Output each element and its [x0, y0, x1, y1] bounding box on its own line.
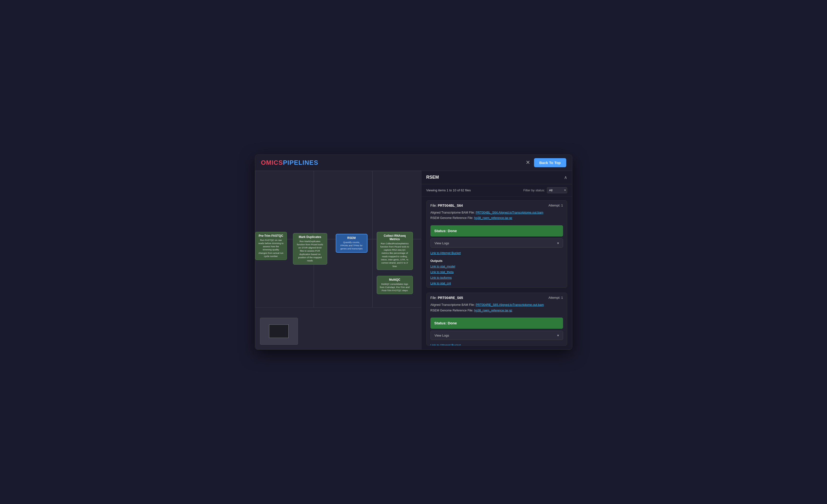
- file-2-ref-link[interactable]: hg38_rsem_reference.tar.gz: [474, 309, 512, 312]
- node-collect-desc: Run CollectRnaSeqMetrics function from P…: [380, 242, 410, 268]
- file-1-bam-link[interactable]: PRT004BL_S64.Aligned.toTranscriptome.out…: [476, 211, 543, 214]
- file-2-view-logs[interactable]: View Logs ▾: [431, 331, 563, 340]
- collapse-icon[interactable]: ∧: [564, 175, 567, 180]
- node-multiqc-desc: MultiQC consolidates logs from CutAdapt,…: [380, 283, 410, 292]
- file-1-outputs-title: Outputs: [431, 259, 563, 263]
- file-1-output-stat-theta[interactable]: Link to stat_theta: [431, 270, 563, 274]
- minimap-viewport: [269, 324, 289, 338]
- file-1-view-logs[interactable]: View Logs ▾: [431, 239, 563, 248]
- header: OMICSPIPELINES ✕ Back To Top: [255, 155, 572, 171]
- file-1-output-stat-model[interactable]: Link to stat_model: [431, 264, 563, 269]
- logo: OMICSPIPELINES: [261, 159, 319, 166]
- content-area: Pre-Trim FASTQC Run FASTQC on raw reads …: [255, 171, 572, 350]
- file-2-bam: Aligned Transcriptome BAM File: PRT004RE…: [431, 303, 563, 307]
- file-1-output-stat-cnt[interactable]: Link to stat_cnt: [431, 281, 563, 286]
- logo-omics: OMICS: [261, 159, 283, 166]
- file-1-ref: RSEM Genome Reference File: hg38_rsem_re…: [431, 216, 563, 220]
- file-2-attempt: Attempt: 1: [548, 296, 563, 299]
- node-multiqc[interactable]: MultiQC MultiQC consolidates logs from C…: [377, 276, 413, 294]
- file-1-bam: Aligned Transcriptome BAM File: PRT004BL…: [431, 210, 563, 215]
- filter-area: Filter by status: All Done Failed Runnin…: [523, 187, 567, 193]
- panel-subheader: Viewing items 1 to 10 of 62 files Filter…: [422, 184, 572, 197]
- back-to-top-button[interactable]: Back To Top: [534, 158, 566, 167]
- filter-select[interactable]: All Done Failed Running: [547, 187, 567, 193]
- panel-title: RSEM: [426, 175, 439, 180]
- close-icon[interactable]: ✕: [526, 159, 530, 166]
- file-1-status-text: Status: Done: [434, 229, 457, 233]
- file-1-outputs: Outputs Link to stat_model Link to stat_…: [427, 257, 567, 288]
- file-2-view-logs-label: View Logs: [435, 334, 449, 337]
- panel-header: RSEM ∧: [422, 171, 572, 184]
- logo-pipelines: PIPELINES: [283, 159, 319, 166]
- file-2-bucket-link[interactable]: Link to Attempt Bucket: [431, 344, 461, 345]
- file-1-chevron-icon: ▾: [557, 241, 559, 245]
- node-pretrim-title: Pre-Trim FASTQC: [258, 234, 284, 238]
- node-multiqc-title: MultiQC: [380, 278, 410, 282]
- file-2-bam-link[interactable]: PRT004RE_S65.Aligned.toTranscriptome.out…: [476, 303, 544, 307]
- node-markdup-title: Mark Duplicates: [296, 235, 324, 239]
- file-2-meta: Aligned Transcriptome BAM File: PRT004RE…: [427, 303, 567, 316]
- node-markdup[interactable]: Mark Duplicates Run MarkDuplicates funct…: [293, 233, 327, 264]
- file-1-name: File: PRT004BL_S64: [431, 204, 463, 207]
- file-card-1: File: PRT004BL_S64 Attempt: 1 Aligned Tr…: [426, 200, 567, 288]
- node-collect-title: Collect RNAseq Metrics: [380, 234, 410, 241]
- filter-select-wrapper[interactable]: All Done Failed Running: [547, 187, 567, 193]
- file-2-attempt-bucket: Link to Attempt Bucket: [427, 342, 567, 345]
- node-rsem[interactable]: RSEM Quantify counts, FPKMs and TPMs for…: [336, 234, 368, 253]
- file-1-meta: Aligned Transcriptome BAM File: PRT004BL…: [427, 210, 567, 223]
- panel-content[interactable]: File: PRT004BL_S64 Attempt: 1 Aligned Tr…: [422, 197, 572, 350]
- file-1-ref-link[interactable]: hg38_rsem_reference.tar.gz: [474, 216, 512, 220]
- file-2-chevron-icon: ▾: [557, 334, 559, 337]
- node-pretrim[interactable]: Pre-Trim FASTQC Run FASTQC on raw reads …: [255, 232, 287, 260]
- file-card-1-header: File: PRT004BL_S64 Attempt: 1: [427, 201, 567, 210]
- node-rsem-desc: Quantify counts, FPKMs and TPMs for gene…: [339, 241, 364, 250]
- node-rsem-title: RSEM: [339, 236, 364, 240]
- file-2-ref: RSEM Genome Reference File: hg38_rsem_re…: [431, 308, 563, 313]
- file-1-bucket-link[interactable]: Link to Attempt Bucket: [431, 251, 461, 255]
- file-card-2: File: PRT004RE_S65 Attempt: 1 Aligned Tr…: [426, 293, 567, 346]
- node-markdup-desc: Run MarkDuplicates function from Picard …: [296, 240, 324, 262]
- filter-label: Filter by status:: [523, 189, 545, 192]
- node-pretrim-desc: Run FASTQC on raw reads before trimming …: [258, 239, 284, 258]
- file-1-attempt: Attempt: 1: [548, 204, 563, 207]
- file-card-2-header: File: PRT004RE_S65 Attempt: 1: [427, 293, 567, 303]
- file-2-status-bar: Status: Done: [431, 317, 563, 329]
- node-collect[interactable]: Collect RNAseq Metrics Run CollectRnaSeq…: [377, 232, 413, 270]
- file-1-view-logs-label: View Logs: [435, 241, 449, 245]
- file-1-attempt-bucket: Link to Attempt Bucket: [427, 249, 567, 257]
- file-1-output-genes[interactable]: Link to genes: [431, 287, 563, 288]
- viewing-text: Viewing items 1 to 10 of 62 files: [426, 189, 471, 192]
- file-2-status-text: Status: Done: [434, 321, 457, 325]
- file-1-output-isoforms[interactable]: Link to isoforms: [431, 275, 563, 280]
- minimap[interactable]: [260, 318, 298, 345]
- main-window: OMICSPIPELINES ✕ Back To Top Pre-Trim FA…: [255, 154, 572, 350]
- right-panel: RSEM ∧ Viewing items 1 to 10 of 62 files…: [421, 171, 572, 350]
- file-1-status-bar: Status: Done: [431, 225, 563, 237]
- file-2-name: File: PRT004RE_S65: [431, 296, 463, 300]
- pipeline-canvas[interactable]: Pre-Trim FASTQC Run FASTQC on raw reads …: [255, 171, 421, 350]
- header-right: ✕ Back To Top: [526, 158, 566, 167]
